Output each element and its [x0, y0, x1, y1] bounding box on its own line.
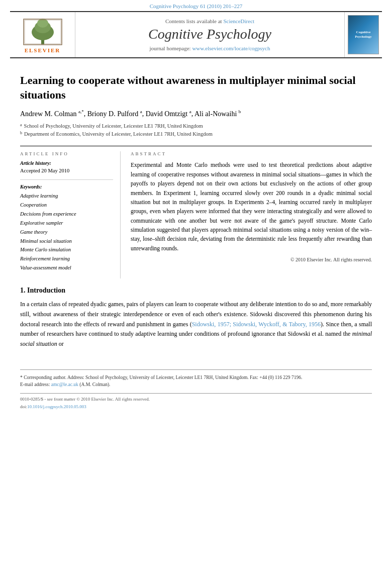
svg-point-3 — [37, 19, 48, 28]
email-label: E-mail address: — [20, 382, 50, 387]
homepage-line: journal homepage: www.elsevier.com/locat… — [150, 45, 270, 51]
sciencedirect-line: Contents lists available at ScienceDirec… — [165, 18, 254, 24]
journal-header: ELSEVIER Contents lists available at Sci… — [10, 11, 382, 58]
footer-bar: 0010-0285/$ - see front matter © 2010 El… — [20, 393, 372, 412]
homepage-url[interactable]: www.elsevier.com/locate/cogpsych — [192, 45, 270, 51]
keywords-label: Keywords: — [20, 184, 113, 189]
article-title: Learning to cooperate without awareness … — [20, 73, 372, 102]
authors-line: Andrew M. Colman a,*, Briony D. Pulford … — [20, 109, 372, 118]
introduction-title: 1. Introduction — [20, 287, 372, 295]
keyword-5: Game theory — [20, 228, 113, 237]
doi-link[interactable]: 10.1016/j.cogpsych.2010.05.003 — [27, 404, 86, 409]
section-number: 1. — [20, 287, 26, 294]
affiliations: a School of Psychology, University of Le… — [20, 122, 372, 138]
journal-title: Cognitive Psychology — [148, 26, 271, 42]
article-history: Article history: Accepted 20 May 2010 — [20, 160, 113, 173]
cover-title: Cognitive Psychology — [355, 30, 371, 39]
copyright-line: © 2010 Elsevier Inc. All rights reserved… — [131, 257, 372, 262]
article-meta-section: ARTICLE INFO Article history: Accepted 2… — [20, 146, 372, 278]
keyword-9: Value-assessment model — [20, 263, 113, 272]
divider — [20, 179, 113, 180]
history-label: Article history: — [20, 160, 113, 166]
header-center: Contents lists available at ScienceDirec… — [75, 12, 344, 57]
issn-line: 0010-0285/$ - see front matter © 2010 El… — [20, 396, 372, 403]
article-info-header: ARTICLE INFO — [20, 151, 113, 156]
citation-text: Cognitive Psychology 61 (2010) 201–227 — [150, 3, 243, 9]
keywords-section: Keywords: Adaptive learning Cooperation … — [20, 184, 113, 272]
ref-sidowski-1957[interactable]: Sidowski, 1957; Sidowski, Wyckoff, & Tab… — [192, 321, 321, 328]
introduction-paragraph: In a certain class of repeated dyadic ga… — [20, 300, 372, 349]
affiliation-a: a School of Psychology, University of Le… — [20, 122, 372, 130]
abstract-column: ABSTRACT Experimental and Monte Carlo me… — [131, 151, 372, 278]
keyword-6: Minimal social situation — [20, 237, 113, 246]
sciencedirect-link[interactable]: ScienceDirect — [223, 18, 254, 24]
keyword-1: Adaptive learning — [20, 192, 113, 201]
corresponding-author-note: * Corresponding author. Address: School … — [20, 374, 372, 381]
keyword-7: Monte Carlo simulation — [20, 245, 113, 254]
keyword-8: Reinforcement learning — [20, 254, 113, 263]
abstract-header: ABSTRACT — [131, 151, 372, 156]
elsevier-label: ELSEVIER — [25, 47, 61, 53]
keywords-list: Adaptive learning Cooperation Decisions … — [20, 192, 113, 272]
keyword-2: Cooperation — [20, 201, 113, 210]
keyword-3: Decisions from experience — [20, 210, 113, 219]
keyword-4: Explorative sampler — [20, 219, 113, 228]
email-line: E-mail address: amc@le.ac.uk (A.M. Colma… — [20, 381, 372, 388]
main-content: Learning to cooperate without awareness … — [0, 58, 392, 364]
article-info-column: ARTICLE INFO Article history: Accepted 2… — [20, 151, 121, 278]
affiliation-b: b Department of Economics, University of… — [20, 130, 372, 138]
author-email[interactable]: amc@le.ac.uk — [51, 382, 78, 387]
publisher-logo: ELSEVIER — [10, 12, 75, 57]
doi-line: doi:10.1016/j.cogpsych.2010.05.003 — [20, 403, 372, 410]
journal-cover: Cognitive Psychology — [344, 12, 382, 57]
citation-bar: Cognitive Psychology 61 (2010) 201–227 — [0, 0, 392, 11]
email-author-name: (A.M. Colman). — [79, 382, 110, 387]
article-footer: * Corresponding author. Address: School … — [20, 369, 372, 391]
section-title-text: Introduction — [27, 287, 65, 294]
accepted-date: Accepted 20 May 2010 — [20, 168, 113, 173]
cover-thumbnail: Cognitive Psychology — [348, 15, 379, 54]
elsevier-tree-icon — [23, 18, 63, 46]
abstract-text: Experimental and Monte Carlo methods wer… — [131, 160, 372, 253]
